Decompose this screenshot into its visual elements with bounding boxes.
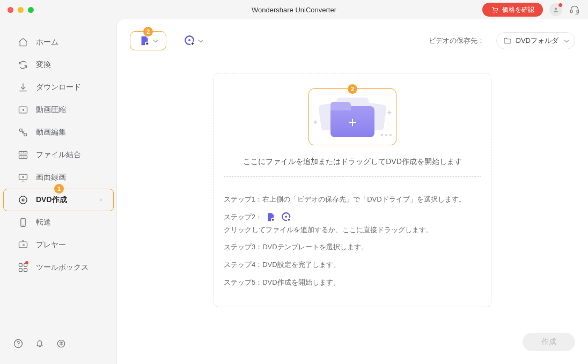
sidebar-item-compress[interactable]: 動画圧縮 bbox=[3, 99, 114, 121]
notifications-button[interactable] bbox=[34, 338, 45, 351]
sidebar-item-label: 変換 bbox=[36, 60, 51, 70]
add-files-button[interactable]: 2 bbox=[130, 31, 166, 50]
add-disc-icon bbox=[281, 212, 292, 222]
create-button[interactable]: 作成 bbox=[523, 333, 575, 351]
sidebar-item-player[interactable]: プレヤー bbox=[3, 234, 114, 256]
chevron-down-icon bbox=[564, 38, 569, 42]
player-icon bbox=[18, 240, 28, 250]
sidebar-item-download[interactable]: ダウンロード bbox=[3, 76, 114, 99]
main-panel: 2 ビデオの保存先： DVDフォルダ 2 bbox=[117, 19, 588, 364]
folder-icon bbox=[503, 36, 512, 45]
download-icon bbox=[18, 82, 28, 93]
sidebar-item-convert[interactable]: 変換 bbox=[3, 54, 114, 76]
chevron-right-icon bbox=[98, 196, 104, 204]
edit-icon bbox=[18, 127, 28, 138]
sidebar-item-home[interactable]: ホーム bbox=[3, 31, 114, 54]
toolbar: 2 ビデオの保存先： DVDフォルダ bbox=[130, 31, 575, 50]
add-disc-button[interactable] bbox=[175, 31, 211, 50]
compress-icon bbox=[18, 105, 28, 115]
sidebar-item-label: ダウンロード bbox=[36, 83, 81, 92]
drop-illustration: 2 ✦ ✦ ＋ bbox=[308, 88, 396, 145]
home-icon bbox=[18, 37, 28, 48]
chevron-down-icon bbox=[153, 38, 158, 42]
check-price-button[interactable]: 価格を確認 bbox=[482, 3, 543, 17]
step-5: ステップ5：DVD作成を開始します。 bbox=[224, 277, 481, 288]
chevron-down-icon bbox=[199, 38, 203, 42]
sidebar-item-label: ファイル結合 bbox=[36, 150, 81, 160]
instruction-steps: ステップ1：右上側の「ビデオの保存先」で「DVDドライブ」を選択します。 ステッ… bbox=[224, 176, 481, 288]
merge-icon bbox=[18, 150, 28, 160]
step-3: ステップ3：DVDテンプレートを選択します。 bbox=[224, 242, 481, 253]
sidebar-item-merge[interactable]: ファイル結合 bbox=[3, 144, 114, 166]
sidebar-item-label: DVD作成 bbox=[36, 195, 67, 205]
callout-badge-2: 2 bbox=[143, 27, 153, 36]
help-button[interactable] bbox=[13, 338, 24, 351]
callout-badge-1: 1 bbox=[54, 184, 64, 194]
account-notification-dot bbox=[558, 3, 563, 8]
drop-zone-title: ここにファイルを追加またはドラッグしてDVD作成を開始します bbox=[224, 157, 481, 167]
support-button[interactable] bbox=[569, 4, 580, 16]
step-4: ステップ4：DVD設定を完了します。 bbox=[224, 259, 481, 271]
convert-icon bbox=[18, 60, 28, 70]
sidebar-item-label: 画面録画 bbox=[36, 173, 66, 182]
window-titlebar: Wondershare UniConverter 価格を確認 bbox=[0, 0, 588, 19]
transfer-icon bbox=[18, 217, 28, 228]
sparkle-icon: ✦ bbox=[386, 108, 393, 117]
sidebar-item-toolbox[interactable]: ツールボックス bbox=[3, 256, 114, 279]
sidebar-item-edit[interactable]: 動画編集 bbox=[3, 121, 114, 144]
drop-zone[interactable]: 2 ✦ ✦ ＋ ここにファイルを追加またはドラッグしてDVD作成を開始します bbox=[214, 73, 491, 307]
promo-button[interactable] bbox=[56, 338, 67, 351]
add-disc-icon bbox=[184, 35, 196, 47]
check-price-label: 価格を確認 bbox=[502, 5, 534, 14]
record-icon bbox=[18, 172, 28, 183]
cart-icon bbox=[491, 6, 499, 14]
sidebar-item-label: 動画圧縮 bbox=[36, 105, 66, 115]
sidebar-item-label: 動画編集 bbox=[36, 128, 66, 137]
folder-add-icon: ＋ bbox=[330, 106, 374, 137]
callout-badge-2b: 2 bbox=[348, 84, 357, 94]
step-2: ステップ2： クリックしてファイルを追加するか、ここに直接ドラッグします。 bbox=[224, 212, 481, 236]
sidebar: ホーム 変換 ダウンロード 動画圧縮 動画編集 ファイル結合 bbox=[0, 19, 117, 364]
headset-icon bbox=[569, 4, 580, 15]
sidebar-item-label: プレヤー bbox=[36, 240, 66, 250]
sidebar-item-label: 転送 bbox=[36, 218, 51, 227]
sidebar-item-label: ツールボックス bbox=[36, 263, 89, 272]
status-bar bbox=[0, 332, 117, 356]
account-avatar-button[interactable] bbox=[549, 3, 562, 16]
sidebar-item-label: ホーム bbox=[36, 38, 58, 47]
add-file-icon bbox=[139, 35, 151, 47]
toolbox-notification-dot bbox=[25, 261, 28, 264]
sparkle-icon: ✦ bbox=[312, 118, 319, 127]
step-1: ステップ1：右上側の「ビデオの保存先」で「DVDドライブ」を選択します。 bbox=[224, 194, 481, 205]
save-destination-select[interactable]: DVDフォルダ bbox=[496, 32, 575, 49]
save-destination-label: ビデオの保存先： bbox=[429, 36, 484, 46]
dvd-icon bbox=[18, 195, 28, 205]
add-file-icon bbox=[266, 212, 276, 222]
save-destination-value: DVDフォルダ bbox=[516, 36, 558, 46]
sidebar-item-dvd[interactable]: DVD作成 1 bbox=[3, 189, 114, 211]
sidebar-item-transfer[interactable]: 転送 bbox=[3, 211, 114, 234]
